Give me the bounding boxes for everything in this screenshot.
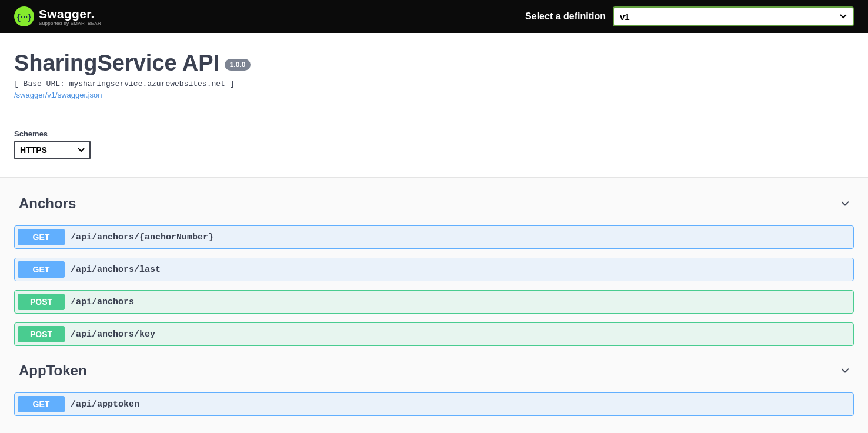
swagger-logo: {···} Swagger. Supported by SMARTBEAR: [14, 6, 101, 26]
version-badge: 1.0.0: [225, 59, 251, 71]
operation-method-badge: POST: [18, 326, 65, 342]
operations-container: AnchorsGET/api/anchors/{anchorNumber}GET…: [0, 178, 868, 433]
tag-header[interactable]: AppToken: [14, 357, 854, 385]
base-url: [ Base URL: mysharingservice.azurewebsit…: [14, 79, 854, 88]
operation-path: /api/apptoken: [71, 399, 139, 409]
tag-header[interactable]: Anchors: [14, 189, 854, 218]
operation-path: /api/anchors/{anchorNumber}: [71, 232, 213, 242]
operation-block[interactable]: POST/api/anchors/key: [14, 322, 854, 346]
definition-select[interactable]: v1: [613, 6, 854, 26]
operation-method-badge: GET: [18, 229, 65, 245]
operation-block[interactable]: GET/api/anchors/{anchorNumber}: [14, 225, 854, 249]
swagger-logo-text: Swagger. Supported by SMARTBEAR: [39, 8, 101, 26]
operation-method-badge: POST: [18, 294, 65, 310]
tag-name: AppToken: [19, 362, 87, 379]
logo-sub-text: Supported by SMARTBEAR: [39, 21, 101, 26]
operation-block[interactable]: GET/api/anchors/last: [14, 258, 854, 281]
operation-method-badge: GET: [18, 396, 65, 412]
schemes-select[interactable]: HTTPS: [14, 141, 91, 159]
operation-path: /api/anchors/key: [71, 329, 155, 339]
swagger-logo-icon: {···}: [14, 6, 34, 26]
topbar: {···} Swagger. Supported by SMARTBEAR Se…: [0, 0, 868, 33]
logo-main-text: Swagger.: [39, 8, 101, 20]
tag-section: AppTokenGET/api/apptoken: [14, 357, 854, 416]
operation-block[interactable]: POST/api/anchors: [14, 290, 854, 314]
chevron-down-icon: [840, 365, 850, 376]
definition-selector-wrap: Select a definition v1: [525, 6, 854, 26]
api-info-section: SharingService API 1.0.0 [ Base URL: mys…: [0, 33, 868, 178]
api-title: SharingService API: [14, 51, 219, 76]
operation-block[interactable]: GET/api/apptoken: [14, 392, 854, 416]
tag-name: Anchors: [19, 195, 76, 212]
operation-path: /api/anchors/last: [71, 265, 161, 275]
operation-method-badge: GET: [18, 261, 65, 278]
schemes-label: Schemes: [14, 129, 854, 138]
operation-path: /api/anchors: [71, 297, 134, 307]
chevron-down-icon: [840, 198, 850, 209]
definition-label: Select a definition: [525, 11, 606, 22]
swagger-json-link[interactable]: /swagger/v1/swagger.json: [14, 91, 102, 99]
tag-section: AnchorsGET/api/anchors/{anchorNumber}GET…: [14, 189, 854, 346]
